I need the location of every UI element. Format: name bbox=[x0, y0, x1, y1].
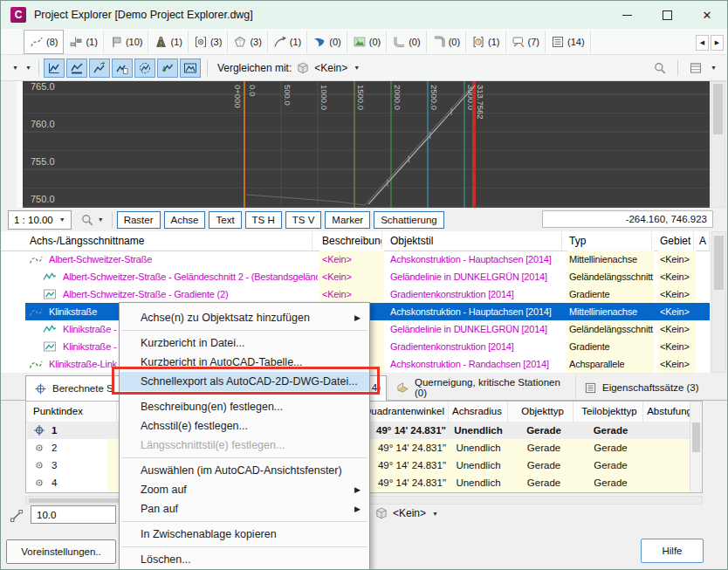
menu-item-12[interactable]: Pan auf▶ bbox=[120, 499, 369, 518]
profile-display-toggle-4[interactable] bbox=[112, 58, 133, 78]
view-toggle-raster[interactable]: Raster bbox=[117, 211, 161, 229]
line-tool-button[interactable] bbox=[6, 506, 27, 525]
toolbar-tab-cross-sections[interactable]: (1) bbox=[64, 31, 103, 53]
maximize-button[interactable] bbox=[647, 2, 687, 29]
toolbar-tab-curves[interactable]: (1) bbox=[268, 31, 307, 53]
alignment-column-header[interactable]: Achs-/Längsschnittname bbox=[27, 231, 312, 251]
point-table-vertical-scrollbar[interactable] bbox=[690, 402, 702, 492]
object-tabs-toolbar: (8)(1)(10)(1)(3)(3)(1)(0)(0)(0)(0)(1)(7)… bbox=[1, 29, 727, 55]
toolbar-tab-terrain-image[interactable]: (0) bbox=[347, 31, 387, 53]
rows-layout-icon[interactable] bbox=[689, 61, 703, 75]
menu-item-11[interactable]: Zoom auf▶ bbox=[120, 480, 369, 499]
layout-profile-icon bbox=[43, 340, 57, 354]
bottom-tab-2[interactable]: Querneigung, kritische Stationen (0) bbox=[388, 375, 573, 400]
separator bbox=[112, 212, 113, 228]
menu-item-6[interactable]: Beschreibung(en) festlegen... bbox=[120, 397, 369, 416]
minimize-icon bbox=[622, 15, 632, 16]
new-entity-dropdown-1[interactable]: ▼ bbox=[8, 58, 21, 79]
alignment-row[interactable]: Albert-Schweitzer-Straße - Geländeschnit… bbox=[25, 268, 710, 285]
surface-profile-icon bbox=[43, 270, 57, 284]
window-title: Project Explorer [Demo Project Explorer.… bbox=[34, 9, 253, 21]
toolbar-tab-corridors[interactable]: (1) bbox=[148, 31, 188, 53]
bottom-tab-3[interactable]: Eigenschaftssätze (3) bbox=[575, 375, 708, 400]
toolbar-tab-surfaces[interactable]: (3) bbox=[228, 31, 267, 53]
point-column-header[interactable]: Abstufung bbox=[642, 402, 697, 422]
toolbar-tab-profiles[interactable]: (10) bbox=[104, 31, 149, 53]
point-column-header[interactable]: Achsradius bbox=[447, 402, 508, 422]
point-column-header[interactable]: Punktindex bbox=[30, 402, 117, 422]
svg-text:0.0: 0.0 bbox=[248, 85, 258, 96]
toolbar-tab-water-features[interactable]: (0) bbox=[307, 31, 347, 53]
toolbar-tab-point-groups[interactable]: (3) bbox=[189, 31, 228, 53]
profiles-icon bbox=[109, 35, 123, 49]
chevron-down-icon: ▼ bbox=[25, 65, 31, 71]
svg-text:2500.0: 2500.0 bbox=[429, 85, 439, 110]
toolbar-tab-named-views[interactable]: (1) bbox=[466, 31, 505, 53]
menu-item-16[interactable]: Löschen... bbox=[120, 550, 369, 569]
profile-display-toggle-7[interactable] bbox=[180, 58, 201, 78]
menu-item-10[interactable]: Auswählen (im AutoCAD-Ansichtsfenster) bbox=[120, 461, 369, 480]
alignment-cell: Geländelängsschnitt bbox=[567, 320, 654, 338]
profile-display-toggle-5[interactable] bbox=[134, 58, 155, 78]
toolbar-tab-count: (0) bbox=[329, 37, 340, 47]
alignment-column-header[interactable]: Typ bbox=[567, 231, 652, 251]
alignment-row[interactable]: Albert-Schweitzer-Straße - Gradiente (2)… bbox=[25, 285, 710, 303]
view-toggle-ts-h[interactable]: TS H bbox=[245, 211, 282, 229]
close-button[interactable]: ✕ bbox=[687, 2, 727, 29]
new-entity-dropdown-2[interactable]: ▼ bbox=[21, 58, 34, 79]
scale-dropdown[interactable]: 1 : 10.00 ▼ bbox=[8, 210, 72, 230]
coordinate-readout: -264.160, 746.923 bbox=[542, 210, 713, 228]
toolbar-tab-count: (1) bbox=[290, 37, 301, 47]
tab-scroll-left-button[interactable]: ◀ bbox=[696, 35, 709, 51]
submenu-arrow-icon: ▶ bbox=[354, 480, 361, 499]
help-button[interactable]: Hilfe bbox=[641, 539, 704, 563]
value-input[interactable] bbox=[31, 505, 116, 524]
view-toggle-achse[interactable]: Achse bbox=[164, 211, 206, 229]
alignment-row[interactable]: Albert-Schweitzer-Straße<Kein>Achskonstr… bbox=[25, 251, 710, 268]
svg-text:313.7562: 313.7562 bbox=[476, 85, 485, 120]
compare-with-control[interactable]: Vergleichen mit: <Kein> ▼ bbox=[217, 61, 360, 75]
app-icon: C bbox=[10, 7, 26, 23]
magnifier-icon[interactable] bbox=[653, 61, 667, 75]
tab-scroll-right-button[interactable]: ▶ bbox=[711, 35, 724, 51]
alignment-column-header[interactable]: Beschreibung bbox=[319, 231, 382, 251]
toolbar-tab-alignments[interactable]: (8) bbox=[24, 30, 64, 54]
svg-text:760.0: 760.0 bbox=[31, 119, 55, 129]
alignment-cell: Achskonstruktion - Hauptachsen [2014] bbox=[388, 251, 565, 268]
profile-display-toggle-2[interactable] bbox=[66, 58, 87, 78]
alignment-cell: <Kein> bbox=[657, 355, 696, 373]
profile-display-toggle-6[interactable] bbox=[157, 58, 178, 78]
view-toggle-ts-v[interactable]: TS V bbox=[285, 211, 322, 229]
toolbar-tab-pressure-network[interactable]: (0) bbox=[427, 31, 466, 53]
menu-item-0[interactable]: Achse(n) zu Objektsatz hinzufügen▶ bbox=[120, 308, 369, 327]
view-toggle-schattierung[interactable]: Schattierung bbox=[374, 211, 444, 229]
minimize-button[interactable] bbox=[607, 2, 647, 29]
alignment-table-scrollbar[interactable] bbox=[711, 231, 726, 373]
alignment-cell: Gradiente bbox=[567, 285, 654, 303]
profile-vertical-scrollbar[interactable] bbox=[711, 81, 725, 208]
menu-item-2[interactable]: Kurzbericht in Datei... bbox=[120, 333, 369, 353]
point-column-header[interactable]: Teilobjekttyp bbox=[576, 402, 643, 422]
profile-display-toggle-3[interactable] bbox=[89, 58, 110, 78]
alignment-cell: Achsparallele bbox=[567, 355, 654, 373]
view-toggle-text[interactable]: Text bbox=[209, 211, 241, 229]
profile-display-toggle-1[interactable] bbox=[44, 58, 65, 78]
toolbar-tab-annotations[interactable]: (7) bbox=[506, 31, 546, 53]
presets-button[interactable]: Voreinstellungen.. bbox=[6, 539, 116, 564]
alignment-column-header[interactable]: A bbox=[697, 231, 710, 251]
view-toggle-marker[interactable]: Marker bbox=[325, 211, 370, 229]
zoom-dropdown-button[interactable]: ▼ bbox=[77, 211, 107, 229]
compare-with-control-2[interactable]: <Kein> ▼ bbox=[374, 506, 438, 520]
toolbar-tab-property-sets[interactable]: (14) bbox=[546, 31, 591, 53]
point-cell: Gerade bbox=[513, 422, 574, 439]
menu-item-7[interactable]: Achsstil(e) festlegen... bbox=[120, 416, 369, 436]
menu-item-14[interactable]: In Zwischenablage kopieren bbox=[120, 525, 369, 544]
toolbar-tab-count: (10) bbox=[126, 37, 143, 47]
toolbar-tab-pipe-network[interactable]: (0) bbox=[387, 31, 426, 53]
layout-profile-icon bbox=[43, 287, 57, 301]
profile-view-canvas[interactable]: 765.0760.0755.0750.00+0000.0500.01000.01… bbox=[23, 81, 710, 208]
alignment-column-header[interactable]: Objektstil bbox=[388, 231, 562, 251]
point-column-header[interactable]: Objekttyp bbox=[512, 402, 573, 422]
alignment-column-header[interactable]: Gebiet bbox=[657, 231, 694, 251]
pv-6-icon bbox=[161, 61, 175, 75]
